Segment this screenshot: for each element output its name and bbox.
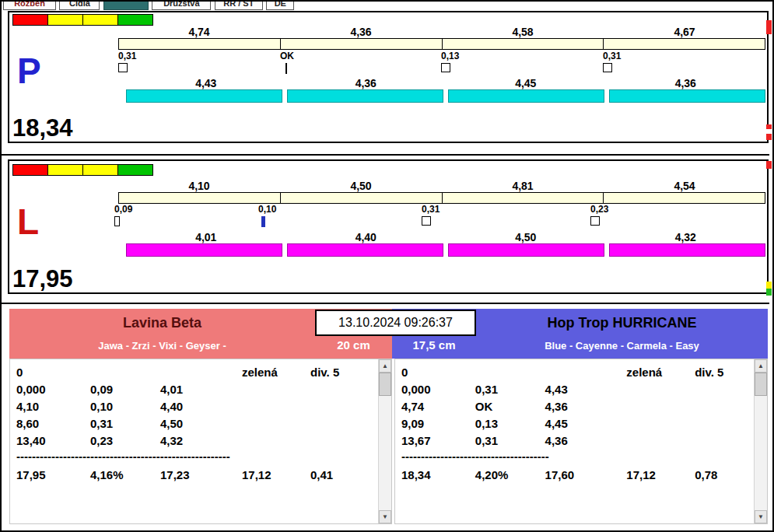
table-cell [310, 399, 369, 416]
status-light-red [12, 14, 48, 26]
table-cell: 0 [401, 365, 475, 382]
right-team-jump-height: 17,5 cm [392, 338, 476, 352]
table-cell: zelená [626, 365, 695, 382]
lane-p-status-lights [12, 14, 153, 26]
tab-rr-st[interactable]: RR / ST [215, 2, 263, 10]
run-time: 4,01 [126, 231, 286, 243]
table-cell: zelená [242, 365, 310, 382]
table-cell: 0,09 [90, 382, 160, 399]
scale-segment [280, 38, 443, 50]
run-bar-segment [609, 243, 765, 257]
table-cell: 4,20% [475, 467, 545, 485]
lane-l-run-times: 4,01 4,40 4,50 4,32 [126, 231, 765, 243]
table-cell: 4,36 [545, 433, 627, 450]
split-time: 4,50 [280, 180, 442, 192]
scale-segment [118, 192, 281, 204]
scrollbar-thumb[interactable] [379, 373, 391, 396]
table-cell: 0,31 [475, 382, 545, 399]
table-cell: 0,13 [475, 416, 545, 433]
tab-druzstva[interactable]: Družstva [152, 2, 211, 10]
table-cell [310, 416, 369, 433]
lane-p-change-mark-4: 0,31 [603, 51, 650, 72]
left-team-jump-height: 20 cm [315, 338, 392, 352]
scrollbar-thumb[interactable] [755, 373, 767, 396]
tab-bar: Rozběh Čidla Družstva RR / ST DE [3, 2, 294, 10]
lane-l-scale-bar [118, 192, 765, 204]
lane-p-panel: 4,74 4,36 4,58 4,67 0,31 OK 0,13 0,31 [8, 11, 769, 143]
lane-l-run-bars [126, 243, 765, 257]
run-bar-segment [287, 89, 443, 103]
edge-artifact [766, 289, 772, 296]
run-time: 4,36 [606, 77, 766, 89]
table-cell [242, 382, 310, 399]
panel-divider-line [2, 303, 769, 304]
table-cell: div. 5 [695, 365, 754, 382]
run-bar-segment [126, 89, 282, 103]
change-time-label: 0,09 [114, 204, 161, 215]
tab-de[interactable]: DE [266, 2, 294, 10]
table-cell: 18,34 [401, 467, 475, 485]
table-cell: 4,16% [90, 467, 160, 485]
table-cell: 17,12 [626, 467, 695, 485]
table-cell [626, 416, 695, 433]
table-cell: 17,12 [242, 467, 310, 485]
table-cell: 4,45 [545, 416, 627, 433]
run-time: 4,32 [606, 231, 766, 243]
table-cell: 13,67 [401, 433, 475, 450]
table-cell: 17,23 [160, 467, 242, 485]
table-cell: div. 5 [310, 365, 369, 382]
table-cell [475, 365, 545, 382]
table-cell [310, 382, 369, 399]
lane-p-change-mark-1: 0,31 [118, 51, 165, 72]
sensor-box-icon [441, 63, 450, 72]
scrollbar[interactable]: ▲ ▼ [754, 359, 767, 523]
scroll-up-arrow-icon[interactable]: ▲ [379, 359, 391, 373]
table-cell [626, 433, 695, 450]
table-cell: 0,78 [695, 467, 754, 485]
table-cell: 13,40 [16, 433, 90, 450]
background-window-artifacts [766, 2, 772, 530]
sensor-box-icon [118, 63, 128, 72]
run-time: 4,40 [286, 231, 447, 243]
scale-segment [442, 38, 604, 50]
status-light-red [12, 164, 48, 176]
table-cell [545, 365, 627, 382]
split-time: 4,74 [118, 26, 280, 38]
status-light-yellow-1 [47, 14, 83, 26]
sensor-box-icon [114, 216, 120, 226]
scrollbar[interactable]: ▲ ▼ [378, 359, 391, 523]
scroll-down-arrow-icon[interactable]: ▼ [379, 510, 391, 523]
run-time: 4,43 [126, 77, 286, 89]
lane-p-change-mark-2: OK [280, 51, 327, 74]
change-time-label: 0,31 [422, 204, 468, 215]
run-bar-segment [609, 89, 765, 103]
lane-l-change-mark-1: 0,09 [114, 204, 161, 226]
lane-p-run-times: 4,43 4,36 4,45 4,36 [126, 77, 765, 89]
table-cell [695, 382, 754, 399]
table-cell: OK [475, 399, 545, 416]
status-light-yellow-2 [82, 164, 118, 176]
table-body: 0 zelená div. 5 0,000 0,31 4,43 4,74 OK … [395, 359, 754, 523]
table-cell: 17,60 [545, 467, 627, 485]
table-cell: 4,36 [545, 399, 627, 416]
table-cell: 4,43 [545, 382, 627, 399]
split-time: 4,10 [118, 180, 280, 192]
table-row: 0,000 0,31 4,43 [401, 382, 754, 399]
status-light-yellow-1 [47, 164, 83, 176]
lane-p-change-mark-3: 0,13 [441, 51, 488, 72]
tab-rozbeh[interactable]: Rozběh [3, 2, 56, 10]
status-light-green [117, 14, 153, 26]
split-time: 4,58 [442, 26, 604, 38]
scroll-up-arrow-icon[interactable]: ▲ [755, 359, 767, 373]
scale-segment [603, 38, 765, 50]
table-summary-row: 18,34 4,20% 17,60 17,12 0,78 [401, 467, 754, 485]
table-row: 13,67 0,31 4,36 [401, 433, 754, 450]
tab-cidla[interactable]: Čidla [59, 2, 100, 10]
scroll-down-arrow-icon[interactable]: ▼ [755, 510, 767, 523]
right-team-dogs: Blue - Cayenne - Carmela - Easy [476, 340, 768, 352]
table-cell [695, 433, 754, 450]
table-cell: 9,09 [401, 416, 475, 433]
run-bar-segment [126, 243, 282, 257]
edge-artifact [766, 282, 772, 289]
tab-selected-dark[interactable] [103, 2, 149, 10]
